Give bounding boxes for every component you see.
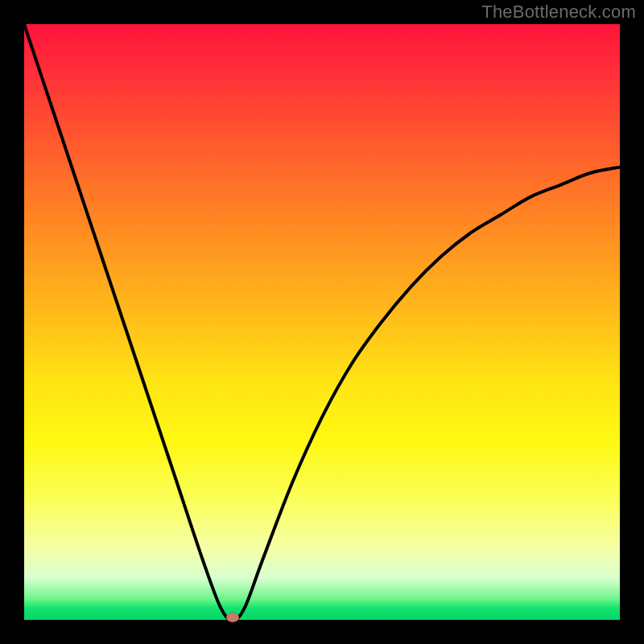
plot-area <box>24 24 620 620</box>
curve-path <box>24 24 620 620</box>
minimum-marker <box>226 613 239 622</box>
chart-frame: TheBottleneck.com <box>0 0 644 644</box>
bottleneck-curve <box>24 24 620 620</box>
watermark-text: TheBottleneck.com <box>481 2 636 23</box>
